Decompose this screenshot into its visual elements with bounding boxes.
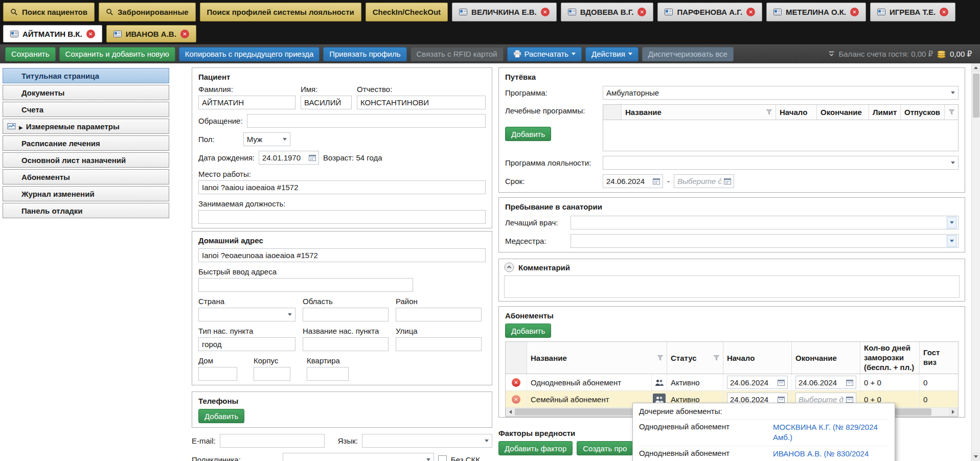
add-phone-button[interactable]: Добавить (198, 409, 244, 423)
scroll-up-arrow-icon[interactable] (972, 63, 980, 72)
column-header-end[interactable]: Окончание (817, 105, 869, 120)
column-header-guest-visits[interactable]: Гост виз (920, 342, 948, 374)
vscroll-thumb[interactable] (973, 74, 979, 118)
lastname-input[interactable] (198, 96, 295, 109)
doctor-select[interactable] (571, 216, 959, 229)
save-and-add-button[interactable]: Сохранить и добавить новую (59, 47, 175, 61)
column-header-start[interactable]: Начало (776, 105, 817, 120)
middlename-input[interactable] (357, 96, 486, 109)
program-select[interactable]: Амбулаторные (603, 86, 959, 100)
column-header-vacations[interactable]: Отпусков (901, 105, 945, 120)
subscription-row[interactable]: Однодневный абонемент Активно 24.06.2024… (506, 374, 958, 391)
loyalty-program-select[interactable] (603, 156, 959, 170)
clinic-select[interactable] (283, 453, 434, 461)
nurse-select[interactable] (571, 234, 959, 248)
close-tab-icon[interactable] (86, 30, 95, 38)
tab-patient-aytmatin-active[interactable]: АЙТМАТИН В.К. (3, 25, 102, 42)
sidebar-item-treatment-schedule[interactable]: Расписание лечения (3, 135, 169, 151)
tab-patient-parfenova[interactable]: ПАРФЕНОВА А.Г. (657, 3, 762, 21)
firstname-input[interactable] (301, 96, 352, 109)
email-input[interactable] (220, 434, 325, 448)
no-skk-checkbox[interactable] (438, 455, 447, 461)
tab-checkin-checkout[interactable]: CheckIn/CheckOut (366, 3, 448, 21)
region-input[interactable] (303, 308, 389, 321)
tab-patient-metelina[interactable]: МЕТЕЛИНА О.К. (766, 3, 866, 21)
copy-previous-visit-button[interactable]: Копировать с предыдущего приезда (179, 47, 320, 61)
create-profile-button[interactable]: Создать про (577, 441, 633, 455)
bind-profile-button[interactable]: Привязать профиль (323, 47, 406, 61)
language-select[interactable] (362, 434, 492, 448)
tab-booked[interactable]: Забронированные (99, 3, 196, 21)
close-tab-icon[interactable] (180, 30, 189, 38)
building-input[interactable] (254, 367, 290, 381)
calendar-icon[interactable] (724, 178, 731, 185)
filter-icon[interactable] (657, 355, 663, 361)
subscription-end-date[interactable]: 24.06.2024 (795, 376, 856, 389)
subscription-start-date[interactable]: 24.06.2024 (727, 376, 788, 389)
close-tab-icon[interactable] (940, 8, 948, 16)
column-header-start[interactable]: Начало (723, 342, 792, 374)
actions-button[interactable]: Действия (585, 47, 639, 61)
tab-loyalty-profiles-search[interactable]: Поиск профилей системы лояльности (200, 3, 361, 21)
house-input[interactable] (198, 367, 237, 381)
family-members-icon[interactable] (653, 377, 666, 388)
sidebar-item-subscriptions[interactable]: Абонементы (3, 169, 169, 185)
chevron-down-icon[interactable] (947, 217, 956, 228)
save-button[interactable]: Сохранить (5, 47, 56, 61)
comment-input[interactable] (504, 275, 960, 298)
full-address-input[interactable] (198, 248, 486, 262)
scroll-right-arrow-icon[interactable] (949, 408, 958, 416)
sidebar-item-accounts[interactable]: Счета (3, 102, 169, 117)
scroll-left-arrow-icon[interactable] (506, 408, 515, 416)
add-factor-button[interactable]: Добавить фактор (498, 441, 573, 455)
term-end-date-input[interactable] (674, 174, 734, 188)
filter-icon[interactable] (949, 109, 954, 115)
settlement-name-input[interactable] (303, 337, 389, 351)
scroll-down-arrow-icon[interactable] (972, 452, 980, 461)
window-vscrollbar[interactable] (971, 63, 980, 461)
sidebar-item-title-page[interactable]: Титульная страница (3, 68, 169, 83)
column-header-lim[interactable]: Лимит (869, 105, 901, 120)
calendar-icon[interactable] (778, 396, 785, 403)
country-select[interactable] (198, 308, 295, 321)
child-subscription-link[interactable]: ИВАНОВ А.В. (№ 830/2024 Амб.) (773, 449, 886, 461)
calendar-icon[interactable] (778, 379, 785, 386)
column-header-end[interactable]: Окончание (792, 342, 860, 374)
calendar-icon[interactable] (846, 379, 853, 386)
tab-patient-ivanov[interactable]: ИВАНОВ А.В. (106, 25, 196, 42)
add-subscription-button[interactable]: Добавить (505, 324, 551, 338)
sidebar-item-debug-panel[interactable]: Панель отладки (3, 203, 169, 218)
tab-patient-search[interactable]: Поиск пациентов (3, 3, 95, 21)
settlement-type-input[interactable] (198, 337, 295, 351)
filter-icon[interactable] (714, 355, 719, 361)
calendar-icon[interactable] (309, 154, 316, 161)
birthdate-input[interactable] (259, 151, 319, 165)
column-header-filter[interactable] (945, 105, 958, 120)
tab-patient-vdoveva[interactable]: ВДОВЕВА В.Г. (561, 3, 654, 21)
workplace-input[interactable] (198, 180, 486, 194)
sidebar-item-prescription-sheet[interactable]: Основной лист назначений (3, 152, 169, 168)
close-tab-icon[interactable] (541, 8, 550, 16)
close-tab-icon[interactable] (850, 8, 859, 16)
tab-patient-igreva[interactable]: ИГРЕВА Т.Е. (870, 3, 955, 21)
sidebar-item-documents[interactable]: Документы (3, 85, 169, 100)
flat-input[interactable] (307, 367, 349, 381)
expand-arrow-icon[interactable] (19, 122, 23, 131)
tab-patient-velichkina[interactable]: ВЕЛИЧКИНА Е.В. (452, 3, 557, 21)
calendar-icon[interactable] (846, 396, 853, 403)
delete-subscription-icon[interactable] (512, 378, 520, 387)
quick-address-input[interactable] (198, 278, 413, 292)
sidebar-item-measured-params[interactable]: Измеряемые параметры (3, 119, 169, 134)
term-start-date-input[interactable] (603, 174, 663, 188)
toolbar-overflow-icon[interactable] (828, 51, 835, 57)
child-subscription-link[interactable]: МОСКВИНА К.Г. (№ 829/2024 Амб.) (773, 422, 886, 442)
filter-icon[interactable] (766, 109, 772, 115)
column-header-freeze-days[interactable]: Кол-во дней заморозки (беспл. + пл.) (860, 342, 920, 374)
position-input[interactable] (198, 210, 486, 224)
delete-subscription-icon[interactable] (512, 395, 520, 404)
column-header-name[interactable]: Название (622, 105, 776, 120)
sidebar-item-change-log[interactable]: Журнал изменений (3, 186, 169, 201)
street-input[interactable] (396, 337, 482, 351)
add-treatment-program-button[interactable]: Добавить (505, 127, 551, 141)
chevron-down-icon[interactable] (947, 235, 956, 247)
